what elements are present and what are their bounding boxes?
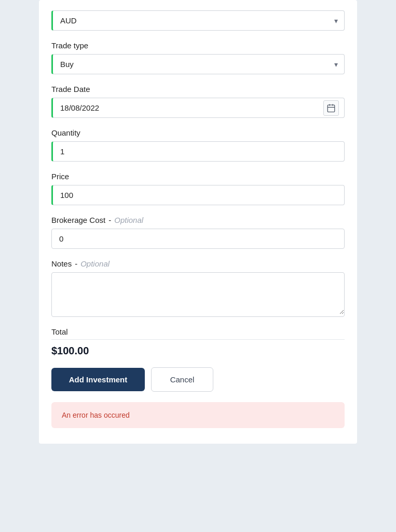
currency-select[interactable]: AUD USD EUR GBP	[53, 11, 344, 30]
calendar-icon[interactable]	[323, 100, 339, 116]
total-section: Total $100.00	[51, 327, 345, 357]
trade-type-field: Trade type Buy Sell ▾	[51, 41, 345, 74]
trade-type-select-wrapper[interactable]: Buy Sell ▾	[51, 54, 345, 74]
currency-field: AUD USD EUR GBP ▾	[51, 10, 345, 31]
svg-rect-0	[327, 105, 335, 112]
brokerage-cost-label: Brokerage Cost - Optional	[51, 216, 345, 224]
price-field: Price	[51, 172, 345, 205]
error-banner: An error has occured	[51, 402, 345, 428]
quantity-label: Quantity	[51, 128, 345, 137]
brokerage-cost-input-wrapper[interactable]	[51, 229, 345, 249]
total-divider	[51, 339, 345, 340]
quantity-field: Quantity	[51, 128, 345, 162]
trade-date-label: Trade Date	[51, 85, 345, 94]
calendar-svg	[326, 103, 336, 113]
add-investment-button[interactable]: Add Investment	[51, 368, 145, 391]
notes-field: Notes - Optional	[51, 259, 345, 317]
trade-type-select[interactable]: Buy Sell	[53, 55, 344, 74]
notes-input-wrapper[interactable]	[51, 272, 345, 317]
total-amount: $100.00	[51, 345, 345, 357]
total-label: Total	[51, 327, 345, 336]
brokerage-cost-optional: Optional	[114, 216, 143, 224]
error-message: An error has occured	[62, 411, 130, 419]
quantity-input-wrapper[interactable]	[51, 141, 345, 162]
notes-optional: Optional	[80, 259, 110, 268]
quantity-input[interactable]	[53, 142, 344, 161]
trade-date-input[interactable]	[53, 98, 344, 117]
trade-date-field: Trade Date	[51, 85, 345, 118]
brokerage-cost-input[interactable]	[52, 229, 344, 248]
trade-date-input-wrapper[interactable]	[51, 98, 345, 118]
button-row: Add Investment Cancel	[51, 367, 345, 392]
currency-select-wrapper[interactable]: AUD USD EUR GBP ▾	[51, 10, 345, 31]
brokerage-cost-field: Brokerage Cost - Optional	[51, 216, 345, 249]
price-input[interactable]	[53, 185, 344, 205]
price-input-wrapper[interactable]	[51, 185, 345, 205]
notes-textarea[interactable]	[52, 273, 344, 314]
trade-type-label: Trade type	[51, 41, 345, 50]
price-label: Price	[51, 172, 345, 181]
notes-label: Notes - Optional	[51, 259, 345, 268]
cancel-button[interactable]: Cancel	[151, 367, 213, 392]
